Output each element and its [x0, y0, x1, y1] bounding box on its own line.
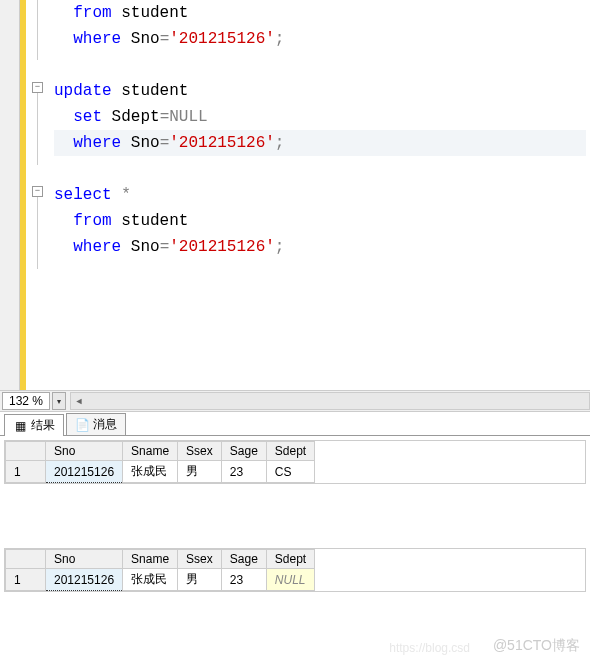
result-grid-1[interactable]: Sno Sname Ssex Sage Sdept 1 201215126 张成… — [4, 440, 586, 484]
row-num-header — [6, 442, 46, 461]
table-row[interactable]: 1 201215126 张成民 男 23 CS — [6, 461, 315, 483]
watermark: @51CTO博客 — [493, 637, 580, 655]
tab-messages[interactable]: 📄 消息 — [66, 413, 126, 435]
col-header[interactable]: Sno — [46, 550, 123, 569]
code-content[interactable]: from student where Sno='201215126'; upda… — [50, 0, 590, 390]
watermark: https://blog.csd — [389, 641, 470, 655]
row-num[interactable]: 1 — [6, 569, 46, 591]
zoom-bar: 132 % ▾ ◄ — [0, 390, 590, 412]
cell[interactable]: 男 — [178, 569, 222, 591]
grid-icon: ▦ — [13, 419, 27, 433]
table-row[interactable]: 1 201215126 张成民 男 23 NULL — [6, 569, 315, 591]
row-num-header — [6, 550, 46, 569]
col-header[interactable]: Ssex — [178, 442, 222, 461]
cell[interactable]: 男 — [178, 461, 222, 483]
tab-label: 结果 — [31, 417, 55, 434]
cell[interactable]: 201215126 — [46, 569, 123, 591]
row-num[interactable]: 1 — [6, 461, 46, 483]
cell[interactable]: 23 — [221, 461, 266, 483]
cell[interactable]: CS — [266, 461, 314, 483]
fold-toggle-icon[interactable]: − — [32, 186, 43, 197]
results-tabs: ▦ 结果 📄 消息 — [0, 412, 590, 436]
tab-results[interactable]: ▦ 结果 — [4, 414, 64, 436]
col-header[interactable]: Sname — [123, 550, 178, 569]
fold-toggle-icon[interactable]: − — [32, 82, 43, 93]
cell[interactable]: 201215126 — [46, 461, 123, 483]
table-header-row: Sno Sname Ssex Sage Sdept — [6, 442, 315, 461]
col-header[interactable]: Sno — [46, 442, 123, 461]
result-grid-2[interactable]: Sno Sname Ssex Sage Sdept 1 201215126 张成… — [4, 548, 586, 592]
col-header[interactable]: Sage — [221, 442, 266, 461]
col-header[interactable]: Sage — [221, 550, 266, 569]
fold-gutter: − − — [26, 0, 50, 390]
col-header[interactable]: Sdept — [266, 550, 314, 569]
col-header[interactable]: Sdept — [266, 442, 314, 461]
cell[interactable]: 张成民 — [123, 461, 178, 483]
horizontal-scrollbar[interactable]: ◄ — [70, 392, 590, 410]
cell[interactable]: 张成民 — [123, 569, 178, 591]
cell[interactable]: 23 — [221, 569, 266, 591]
chevron-down-icon: ▾ — [57, 397, 61, 406]
cell-null[interactable]: NULL — [266, 569, 314, 591]
results-area: Sno Sname Ssex Sage Sdept 1 201215126 张成… — [0, 440, 590, 592]
zoom-input[interactable]: 132 % — [2, 392, 50, 410]
messages-icon: 📄 — [75, 418, 89, 432]
zoom-dropdown-button[interactable]: ▾ — [52, 392, 66, 410]
code-editor[interactable]: − − from student where Sno='201215126'; … — [0, 0, 590, 390]
scroll-left-icon[interactable]: ◄ — [71, 393, 87, 409]
table-header-row: Sno Sname Ssex Sage Sdept — [6, 550, 315, 569]
editor-left-margin — [0, 0, 20, 390]
col-header[interactable]: Sname — [123, 442, 178, 461]
col-header[interactable]: Ssex — [178, 550, 222, 569]
tab-label: 消息 — [93, 416, 117, 433]
